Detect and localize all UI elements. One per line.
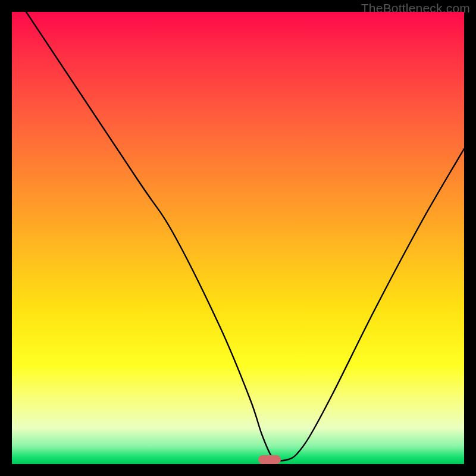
optimal-marker <box>258 455 281 464</box>
bottleneck-curve <box>12 12 464 464</box>
chart-frame: TheBottleneck.com <box>0 0 476 476</box>
plot-area <box>12 12 464 464</box>
